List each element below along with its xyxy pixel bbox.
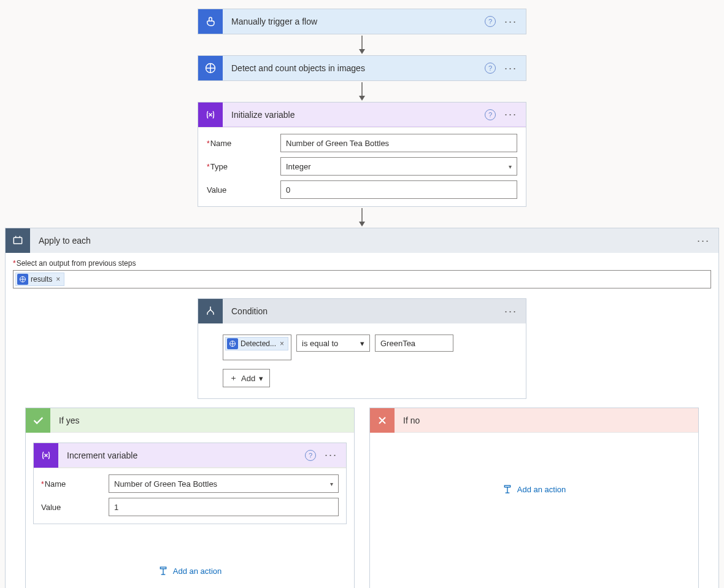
step-condition[interactable]: Condition ··· Detected... × [198, 298, 526, 399]
step-title: Initialize variable [229, 110, 479, 120]
arrow-icon [0, 207, 724, 228]
more-icon[interactable]: ··· [502, 15, 520, 28]
close-icon [370, 408, 395, 433]
help-icon[interactable]: ? [485, 16, 496, 27]
help-icon[interactable]: ? [485, 109, 496, 120]
condition-operator-select[interactable]: is equal to ▾ [296, 335, 370, 352]
token-detected[interactable]: Detected... × [225, 337, 288, 350]
touch-icon [198, 9, 223, 34]
value-label: Value [207, 185, 280, 195]
svg-point-2 [206, 64, 215, 73]
chevron-down-icon: ▾ [509, 163, 512, 170]
ai-icon [198, 56, 223, 80]
step-increment-variable[interactable]: Increment variable ? ··· Name Number of … [33, 443, 347, 524]
add-condition-button[interactable]: ＋ Add ▾ [223, 369, 270, 387]
svg-marker-4 [359, 96, 365, 101]
add-action-button[interactable]: Add an action [32, 559, 348, 578]
ai-token-icon [227, 338, 238, 349]
variable-icon [34, 443, 58, 468]
svg-marker-6 [359, 222, 365, 226]
step-initialize-variable[interactable]: Initialize variable ? ··· Name Number of… [198, 102, 526, 207]
condition-left-input[interactable]: Detected... × [223, 335, 291, 360]
remove-token-icon[interactable]: × [280, 339, 284, 348]
type-label: Type [207, 162, 280, 171]
ai-token-icon [17, 274, 28, 285]
svg-rect-10 [160, 567, 166, 569]
loop-icon [6, 228, 30, 253]
chevron-down-icon: ▾ [259, 374, 263, 383]
help-icon[interactable]: ? [305, 450, 316, 461]
name-label: Name [207, 139, 280, 148]
remove-token-icon[interactable]: × [56, 275, 60, 284]
svg-rect-7 [13, 238, 21, 244]
name-select[interactable]: Number of Green Tea Bottles ▾ [109, 474, 339, 493]
more-icon[interactable]: ··· [322, 449, 340, 462]
svg-marker-1 [359, 49, 365, 54]
value-input[interactable]: 1 [109, 498, 339, 516]
name-input[interactable]: Number of Green Tea Bottles [280, 134, 517, 152]
branch-if-no: If no Add an action [369, 408, 699, 588]
step-trigger[interactable]: Manually trigger a flow ? ··· [198, 9, 526, 34]
value-label: Value [41, 503, 109, 512]
step-detect[interactable]: Detect and count objects in images ? ··· [198, 55, 526, 81]
more-icon[interactable]: ··· [502, 62, 520, 75]
step-title: Increment variable [64, 451, 299, 460]
arrow-icon [0, 81, 724, 102]
branch-if-yes: If yes Increment variable ? ··· [25, 408, 355, 588]
svg-rect-13 [504, 485, 510, 487]
condition-icon [198, 299, 223, 323]
step-title: Detect and count objects in images [229, 63, 479, 73]
step-title: Manually trigger a flow [229, 17, 479, 26]
chevron-down-icon: ▾ [360, 339, 364, 348]
check-icon [26, 408, 50, 433]
value-input[interactable]: 0 [280, 180, 517, 199]
variable-icon [198, 103, 223, 127]
condition-right-input[interactable]: GreenTea [375, 335, 453, 352]
step-title: Apply to each [36, 236, 688, 246]
add-action-button[interactable]: Add an action [376, 477, 692, 497]
chevron-down-icon: ▾ [330, 481, 333, 487]
branch-title: If yes [56, 416, 348, 425]
more-icon[interactable]: ··· [695, 234, 712, 247]
svg-point-9 [230, 341, 236, 347]
plus-icon: ＋ [229, 373, 237, 384]
more-icon[interactable]: ··· [502, 305, 520, 318]
arrow-icon [0, 34, 724, 55]
step-apply-to-each[interactable]: Apply to each ··· Select an output from … [5, 228, 719, 588]
output-label: Select an output from previous steps [13, 259, 711, 268]
step-title: Condition [229, 306, 496, 316]
token-results[interactable]: results × [15, 273, 64, 286]
type-select[interactable]: Integer ▾ [280, 157, 517, 176]
svg-point-8 [20, 277, 26, 282]
help-icon[interactable]: ? [485, 63, 496, 74]
more-icon[interactable]: ··· [502, 108, 520, 121]
name-label: Name [41, 479, 109, 489]
output-token-input[interactable]: results × [13, 270, 711, 288]
branch-title: If no [401, 416, 692, 425]
